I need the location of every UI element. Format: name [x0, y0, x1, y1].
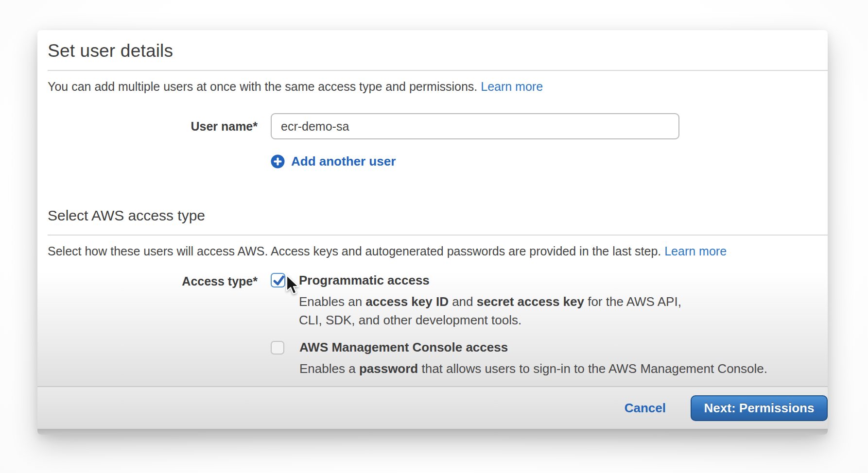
desc-text: Enables a: [299, 361, 359, 376]
title-divider: [48, 70, 828, 71]
console-access-title: AWS Management Console access: [299, 340, 767, 355]
user-name-label: User name*: [48, 119, 258, 134]
console-access-desc: Enables a password that allows users to …: [299, 359, 767, 378]
access-type-heading: Select AWS access type: [48, 171, 816, 225]
access-type-label: Access type*: [48, 273, 258, 288]
user-details-description-text: You can add multiple users at once with …: [48, 80, 477, 93]
access-type-description-text: Select how these users will access AWS. …: [48, 244, 661, 258]
add-user-panel: Set user details You can add multiple us…: [37, 30, 828, 435]
programmatic-access-title: Programmatic access: [299, 273, 693, 287]
user-details-section: Set user details You can add multiple us…: [37, 30, 828, 169]
access-type-divider: [48, 235, 828, 236]
desc-text: and: [449, 294, 477, 309]
panel-bottom-edge: [37, 429, 828, 435]
desc-bold: secret access key: [477, 294, 584, 309]
cancel-button[interactable]: Cancel: [625, 401, 666, 416]
user-name-input[interactable]: [271, 113, 679, 139]
desc-text: Enables an: [299, 294, 365, 309]
console-access-row: AWS Management Console access Enables a …: [271, 340, 816, 378]
programmatic-access-desc: Enables an access key ID and secret acce…: [299, 292, 693, 329]
access-type-description: Select how these users will access AWS. …: [48, 244, 816, 258]
plus-circle-icon: [271, 154, 285, 169]
user-name-row: User name*: [48, 113, 816, 139]
learn-more-link-users[interactable]: Learn more: [481, 80, 543, 93]
desc-bold: password: [359, 361, 418, 376]
user-details-description: You can add multiple users at once with …: [48, 80, 816, 94]
learn-more-link-access[interactable]: Learn more: [664, 244, 727, 258]
console-access-checkbox[interactable]: [271, 341, 284, 355]
programmatic-access-row: Access type* Programmatic access Enables…: [48, 273, 816, 329]
add-another-user-label: Add another user: [291, 154, 396, 169]
page-title: Set user details: [48, 30, 816, 62]
page-background: Set user details You can add multiple us…: [0, 0, 868, 473]
programmatic-access-text: Programmatic access Enables an access ke…: [299, 273, 693, 329]
programmatic-access-checkbox[interactable]: [271, 273, 285, 287]
wizard-footer: Cancel Next: Permissions: [37, 386, 828, 429]
next-permissions-button[interactable]: Next: Permissions: [691, 395, 828, 421]
access-type-section: Select AWS access type Select how these …: [37, 171, 828, 390]
checkmark-icon: [272, 274, 286, 287]
mouse-pointer-icon: [286, 275, 300, 295]
add-another-user[interactable]: Add another user: [271, 154, 816, 169]
desc-bold: access key ID: [365, 294, 449, 309]
console-access-text: AWS Management Console access Enables a …: [299, 340, 767, 378]
desc-text: that allows users to sign-in to the AWS …: [418, 361, 767, 376]
